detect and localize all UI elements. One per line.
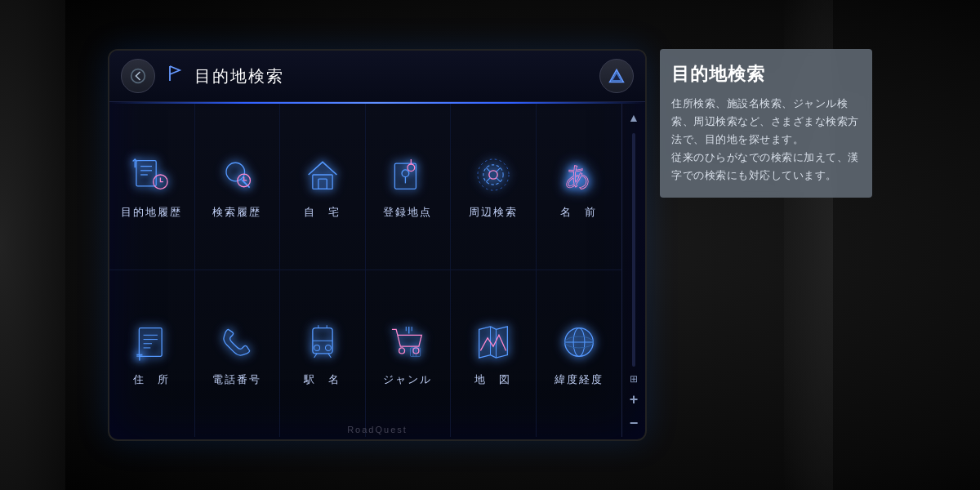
info-panel: 目的地検索 住所検索、施設名検索、ジャンル検索、周辺検索など、さまざまな検索方法… (660, 49, 872, 198)
genre-label: ジャンル (383, 373, 432, 387)
grid-cell-map[interactable]: 地 図 (451, 270, 537, 437)
header-title: 目的地検索 (194, 65, 590, 87)
address-icon: 〒 (131, 321, 173, 368)
nav-up-button[interactable]: ▲ (625, 109, 643, 127)
coordinates-icon (558, 321, 600, 368)
svg-point-21 (478, 159, 509, 190)
home-label: 自 宅 (304, 206, 341, 220)
grid-area: 目的地履歴 検索履歴 (109, 104, 622, 437)
grid-cell-genre[interactable]: ジャンル (366, 270, 452, 437)
info-panel-title: 目的地検索 (671, 62, 861, 87)
zoom-out-button[interactable]: − (630, 415, 639, 432)
name-icon: あ (558, 154, 600, 201)
info-panel-body: 住所検索、施設名検索、ジャンル検索、周辺検索など、さまざまな検索方法で、目的地を… (671, 95, 861, 185)
svg-point-35 (314, 345, 319, 350)
scroll-track (632, 133, 635, 367)
zoom-in-button[interactable]: + (630, 391, 639, 408)
address-label: 住 所 (133, 373, 170, 387)
back-button[interactable] (121, 59, 155, 93)
svg-rect-13 (313, 175, 332, 189)
grid-cell-search-history[interactable]: 検索履歴 (195, 104, 281, 270)
saved-location-label: 登録地点 (383, 206, 432, 220)
svg-rect-14 (318, 179, 327, 189)
screen-body: 目的地履歴 検索履歴 (109, 104, 645, 437)
main-container: 目的地検索 (108, 49, 872, 441)
grid-cell-name[interactable]: あ 名 前 (537, 104, 622, 270)
search-history-icon (216, 154, 258, 201)
flag-icon (165, 64, 185, 88)
svg-line-38 (328, 353, 331, 357)
station-label: 駅 名 (304, 373, 341, 387)
dest-history-label: 目的地履歴 (121, 206, 182, 220)
grid-view-button[interactable]: ⊞ (630, 373, 638, 385)
svg-line-25 (496, 178, 500, 182)
map-label: 地 図 (474, 373, 511, 387)
dest-history-icon (131, 154, 173, 201)
grid-cell-station[interactable]: 駅 名 (280, 270, 366, 437)
grid-cell-nearby[interactable]: 周辺検索 (451, 104, 537, 270)
grid-cell-coordinates[interactable]: 緯度経度 (537, 270, 622, 437)
svg-point-36 (325, 345, 331, 350)
grid-cell-address[interactable]: 〒 住 所 (109, 270, 195, 437)
phone-icon (216, 321, 258, 368)
nearby-label: 周辺検索 (469, 206, 518, 220)
saved-location-icon (386, 154, 429, 201)
svg-point-10 (226, 163, 245, 181)
name-label: 名 前 (560, 206, 597, 220)
search-history-label: 検索履歴 (212, 206, 261, 220)
svg-marker-49 (479, 326, 507, 357)
svg-line-23 (496, 167, 500, 172)
svg-point-17 (408, 164, 415, 172)
home-icon (301, 154, 344, 201)
station-icon (301, 321, 344, 368)
svg-text:あ: あ (564, 162, 590, 190)
grid-cell-home[interactable]: 自 宅 (280, 104, 366, 270)
svg-text:〒: 〒 (136, 352, 145, 361)
grid-cell-destination-history[interactable]: 目的地履歴 (109, 104, 195, 270)
coordinates-label: 緯度経度 (555, 373, 604, 387)
nav-screen: 目的地検索 (108, 49, 647, 441)
genre-icon (386, 321, 429, 368)
map-button[interactable] (599, 59, 634, 93)
grid-cell-phone[interactable]: 電話番号 (195, 270, 281, 437)
svg-line-24 (486, 178, 490, 182)
grid-cell-saved-location[interactable]: 登録地点 (366, 104, 452, 270)
phone-label: 電話番号 (212, 373, 261, 387)
sidebar-controls: ▲ ⊞ + − (622, 104, 645, 437)
svg-line-37 (314, 353, 316, 357)
nearby-icon (472, 154, 514, 201)
svg-point-41 (399, 347, 405, 353)
map-icon (472, 321, 514, 368)
svg-point-16 (402, 170, 409, 177)
branding: RoadQuest (347, 425, 408, 434)
svg-rect-15 (395, 163, 416, 189)
nav-header: 目的地検索 (109, 51, 645, 102)
svg-point-0 (131, 69, 145, 83)
svg-line-22 (486, 167, 490, 172)
